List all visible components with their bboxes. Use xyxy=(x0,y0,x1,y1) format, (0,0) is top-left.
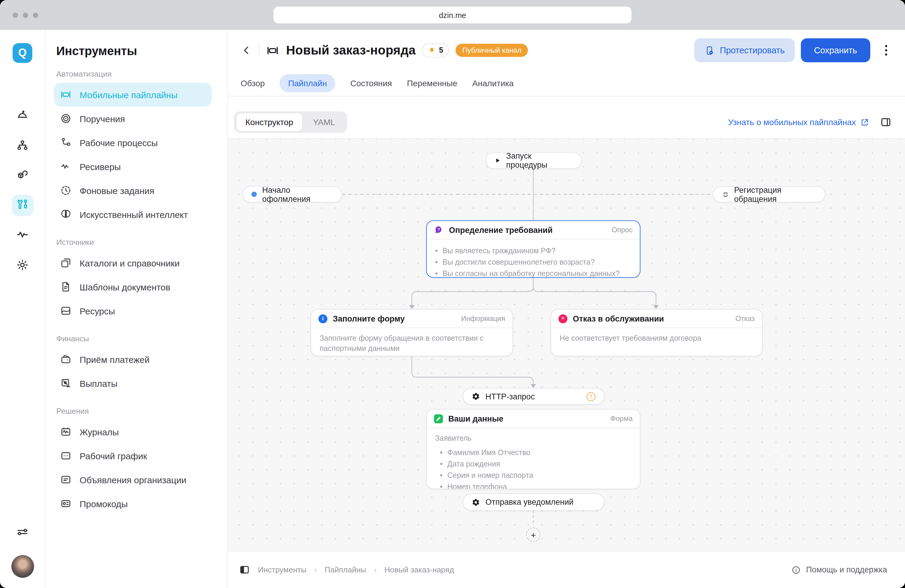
info-icon: i xyxy=(318,314,327,323)
sidebar-item-assignments[interactable]: Поручения xyxy=(54,106,212,130)
rail-item-preferences[interactable] xyxy=(12,522,33,544)
node-label: Отправка уведомлений xyxy=(486,497,573,507)
back-button[interactable] xyxy=(241,45,252,56)
node-title: Заполните форму xyxy=(333,314,405,323)
chat-question-icon: ? xyxy=(434,225,443,235)
rail-item-activity[interactable] xyxy=(12,224,33,246)
add-node-button[interactable]: + xyxy=(526,528,540,542)
browser-titlebar: dzin.me xyxy=(0,0,905,30)
breadcrumb-separator: › xyxy=(374,565,377,574)
sidebar-item-label: Промокоды xyxy=(79,499,128,509)
node-info-card[interactable]: i Заполните форму Информация Заполните ф… xyxy=(311,309,513,356)
tab-states[interactable]: Состояния xyxy=(350,74,392,92)
external-link-icon xyxy=(860,118,869,127)
sidebar-item-workflows[interactable]: Рабочие процессы xyxy=(54,130,212,154)
rail-item-service[interactable] xyxy=(12,105,33,126)
sidebar-item-label: Ресиверы xyxy=(79,161,121,172)
pipeline-icon xyxy=(266,43,279,57)
app-logo[interactable]: Q xyxy=(13,43,32,63)
form-group-label: Заявитель xyxy=(435,434,632,444)
announcement-icon xyxy=(59,474,72,486)
help-label: Помощь и поддержка xyxy=(806,565,887,574)
sidebar-item-payouts[interactable]: Выплаты xyxy=(54,371,212,395)
sidebar-item-ai[interactable]: Искусственный интеллект xyxy=(54,202,212,226)
promo-icon xyxy=(59,497,72,510)
sidebar-item-label: Искусственный интеллект xyxy=(79,209,188,219)
save-button-label: Сохранить xyxy=(814,46,857,55)
x-circle-icon: ✕ xyxy=(559,314,567,323)
sidebar-item-label: Приём платежей xyxy=(79,354,150,364)
url-text: dzin.me xyxy=(439,11,466,19)
node-http-request[interactable]: HTTP-запрос ! xyxy=(463,388,605,405)
icon-rail: Q xyxy=(0,30,46,588)
node-label: HTTP-запрос xyxy=(486,392,535,401)
cubes-icon xyxy=(16,168,29,184)
rail-item-products[interactable] xyxy=(12,165,33,187)
rail-item-tools[interactable] xyxy=(12,195,33,216)
hierarchy-icon xyxy=(16,138,29,154)
tab-pipeline[interactable]: Пайплайн xyxy=(280,74,335,92)
tab-analytics[interactable]: Аналитика xyxy=(472,74,514,92)
device-play-icon xyxy=(704,45,714,56)
segment-yaml[interactable]: YAML xyxy=(303,118,345,127)
info-circle-icon xyxy=(791,565,801,575)
sidebar-item-label: Выплаты xyxy=(79,378,117,388)
right-panel-toggle[interactable] xyxy=(880,116,892,128)
rail-item-structure[interactable] xyxy=(12,135,33,157)
test-button[interactable]: Протестировать xyxy=(694,38,795,62)
sidebar-item-announcements[interactable]: Объявления организации xyxy=(54,468,212,492)
node-register-state[interactable]: Регистрация обращения xyxy=(713,186,826,202)
node-send-notifications[interactable]: Отправка уведомлений xyxy=(463,493,605,511)
sidebar-item-catalogs[interactable]: Каталоги и справочники xyxy=(54,251,212,275)
sidebar-item-journals[interactable]: Журналы xyxy=(54,420,212,444)
form-field: Фамилия Имя Отчество xyxy=(440,448,632,458)
sidebar-item-schedule[interactable]: Рабочий график xyxy=(54,444,212,468)
section-label-sources: Источники xyxy=(56,238,227,247)
node-start-trigger[interactable]: Запуск процедуры xyxy=(486,152,582,169)
sidebar-item-label: Ресурсы xyxy=(79,306,115,316)
help-button[interactable]: Помощь и поддержка xyxy=(791,565,887,575)
breadcrumb-tools[interactable]: Инструменты xyxy=(258,565,306,574)
tab-variables[interactable]: Переменные xyxy=(407,74,457,92)
sidebar-item-doc-templates[interactable]: Шаблоны документов xyxy=(54,275,212,299)
save-button[interactable]: Сохранить xyxy=(801,38,870,62)
channel-badge: Публичный канал xyxy=(456,44,528,57)
sidebar-item-payments[interactable]: Приём платежей xyxy=(54,347,212,371)
node-survey-card[interactable]: ? Определение требований Опрос Вы являет… xyxy=(426,220,640,278)
address-bar[interactable]: dzin.me xyxy=(273,6,632,23)
node-begin-state[interactable]: Начало офолмления xyxy=(243,186,342,202)
window-zoom-button[interactable] xyxy=(33,13,38,18)
form-pencil-icon xyxy=(434,414,443,423)
segment-constructor[interactable]: Конструктор xyxy=(236,113,303,132)
sidebar-item-promocodes[interactable]: Промокоды xyxy=(54,492,212,516)
node-form-card[interactable]: Ваши данные Форма Заявитель Фамилия Имя … xyxy=(426,409,640,489)
window-close-button[interactable] xyxy=(13,13,18,18)
tab-overview[interactable]: Обзор xyxy=(241,74,265,92)
node-reject-card[interactable]: ✕ Отказ в обслуживании Отказ Не соответс… xyxy=(551,309,762,356)
sidebar-item-background-jobs[interactable]: Фоновые задания xyxy=(54,178,212,202)
main-area: Новый заказ-норяда 5 Публичный канал Про… xyxy=(228,30,905,588)
sliders-icon xyxy=(16,525,29,541)
sidebar-item-label: Мобильные пайплайны xyxy=(79,89,178,100)
sidebar-item-label: Журналы xyxy=(79,427,119,437)
user-avatar[interactable] xyxy=(11,555,34,578)
sidebar-item-mobile-pipelines[interactable]: Мобильные пайплайны xyxy=(54,83,212,106)
sidebar-item-label: Поручения xyxy=(79,113,125,124)
learn-link[interactable]: Узнать о мобильных пайплайнах xyxy=(728,118,869,127)
window-minimize-button[interactable] xyxy=(23,13,28,18)
left-panel-toggle[interactable] xyxy=(239,564,250,575)
pipeline-canvas[interactable]: Запуск процедуры Начало офолмления Регис… xyxy=(228,138,905,551)
node-title: Отказ в обслуживании xyxy=(573,314,664,323)
version-badge[interactable]: 5 xyxy=(422,43,449,57)
sidebar-item-resources[interactable]: Ресурсы xyxy=(54,299,212,323)
breadcrumb-current: Новый заказ-наряд xyxy=(384,565,454,574)
page-title: Новый заказ-норяда xyxy=(286,43,416,57)
sidebar-item-receivers[interactable]: Ресиверы xyxy=(54,154,212,178)
wave-icon xyxy=(59,160,72,173)
rail-item-settings[interactable] xyxy=(12,255,33,277)
node-type-label: Отказ xyxy=(735,315,755,323)
sidebar: Инструменты Автоматизация Мобильные пайп… xyxy=(46,30,228,588)
gear-icon xyxy=(472,392,480,400)
breadcrumb-pipelines[interactable]: Пайплайны xyxy=(325,565,366,574)
more-menu-button[interactable] xyxy=(880,43,892,57)
